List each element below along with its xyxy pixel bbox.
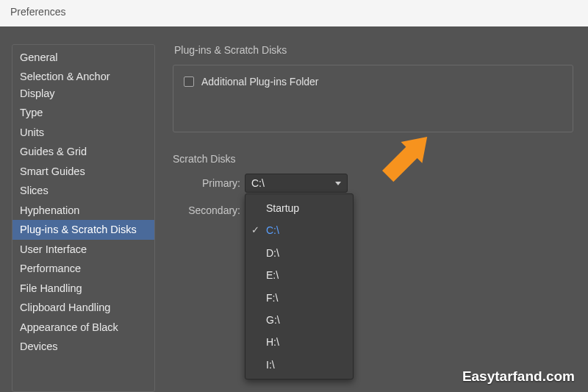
watermark-text: Easytarfand.com — [462, 368, 575, 385]
sidebar-item-label: Type — [20, 107, 43, 118]
check-icon: ✓ — [251, 223, 259, 238]
sidebar-item-selection-anchor-display[interactable]: Selection & Anchor Display — [12, 67, 154, 103]
primary-dropdown: Startup✓C:\D:\E:\F:\G:\H:\I:\ — [245, 193, 354, 379]
sidebar-item-type[interactable]: Type — [12, 103, 154, 122]
sidebar-item-smart-guides[interactable]: Smart Guides — [12, 162, 154, 181]
scratch-section-title: Scratch Disks — [173, 153, 573, 165]
dropdown-item-label: H:\ — [266, 336, 279, 348]
sidebar-item-hyphenation[interactable]: Hyphenation — [12, 201, 154, 220]
additional-plugins-label: Additional Plug-ins Folder — [201, 76, 319, 88]
primary-label: Primary: — [173, 177, 245, 189]
sidebar-item-file-handling[interactable]: File Handling — [12, 279, 154, 298]
sidebar-item-guides-grid[interactable]: Guides & Grid — [12, 142, 154, 161]
additional-plugins-row[interactable]: Additional Plug-ins Folder — [184, 76, 562, 88]
sidebar-item-label: Hyphenation — [20, 204, 79, 216]
sidebar-item-clipboard-handling[interactable]: Clipboard Handling — [12, 298, 154, 317]
dropdown-item[interactable]: I:\ — [245, 354, 353, 376]
dropdown-item[interactable]: G:\ — [245, 309, 353, 331]
dropdown-item-label: D:\ — [266, 247, 279, 259]
plugins-section: Plug-ins & Scratch Disks Additional Plug… — [173, 44, 573, 132]
primary-row: Primary: C:\ Startup✓C:\D:\E:\F:\G:\H:\I… — [173, 174, 573, 193]
sidebar-item-general[interactable]: General — [12, 48, 154, 67]
dropdown-item-label: E:\ — [266, 269, 279, 281]
sidebar-item-label: Selection & Anchor Display — [20, 71, 110, 99]
dropdown-item-label: Startup — [266, 202, 299, 214]
primary-select[interactable]: C:\ Startup✓C:\D:\E:\F:\G:\H:\I:\ — [245, 174, 348, 193]
sidebar-item-label: Appearance of Black — [20, 321, 118, 333]
plugins-box: Additional Plug-ins Folder — [173, 65, 573, 132]
sidebar-item-appearance-of-black[interactable]: Appearance of Black — [12, 318, 154, 337]
dropdown-item[interactable]: H:\ — [245, 331, 353, 353]
sidebar-item-units[interactable]: Units — [12, 123, 154, 142]
sidebar-item-label: Clipboard Handling — [20, 302, 110, 313]
sidebar-item-slices[interactable]: Slices — [12, 181, 154, 200]
secondary-row: Secondary: — [173, 204, 573, 216]
sidebar-item-label: Plug-ins & Scratch Disks — [20, 224, 137, 235]
sidebar-item-label: Devices — [20, 341, 58, 352]
sidebar-item-label: Guides & Grid — [20, 146, 87, 157]
sidebar-item-user-interface[interactable]: User Interface — [12, 240, 154, 259]
dropdown-item[interactable]: D:\ — [245, 242, 353, 264]
dropdown-item[interactable]: F:\ — [245, 287, 353, 309]
dropdown-item-label: F:\ — [266, 292, 278, 304]
dropdown-item-label: G:\ — [266, 314, 280, 326]
window-titlebar: Preferences — [0, 0, 588, 26]
sidebar-item-label: File Handling — [20, 282, 82, 294]
dropdown-item[interactable]: Startup — [245, 197, 353, 219]
primary-select-value: C:\ — [251, 177, 265, 189]
sidebar-item-label: Smart Guides — [20, 165, 85, 177]
sidebar-item-label: Units — [20, 126, 44, 138]
sidebar-item-label: General — [20, 51, 58, 63]
scratch-section: Scratch Disks Primary: C:\ Startup✓C:\D:… — [173, 153, 573, 216]
sidebar-item-label: Performance — [20, 263, 81, 274]
dropdown-item-label: C:\ — [266, 224, 279, 236]
dropdown-item[interactable]: E:\ — [245, 264, 353, 286]
checkbox-icon[interactable] — [184, 76, 194, 87]
dropdown-item-label: I:\ — [266, 359, 275, 371]
dropdown-item[interactable]: ✓C:\ — [245, 219, 353, 241]
chevron-down-icon — [335, 182, 341, 185]
sidebar-item-devices[interactable]: Devices — [12, 337, 154, 356]
main-panel: Plug-ins & Scratch Disks Additional Plug… — [173, 44, 588, 392]
preferences-sidebar: GeneralSelection & Anchor DisplayTypeUni… — [12, 44, 155, 392]
sidebar-item-performance[interactable]: Performance — [12, 259, 154, 278]
plugins-section-title: Plug-ins & Scratch Disks — [174, 44, 573, 56]
content-area: GeneralSelection & Anchor DisplayTypeUni… — [0, 26, 588, 392]
sidebar-item-plug-ins-scratch-disks[interactable]: Plug-ins & Scratch Disks — [12, 220, 154, 239]
sidebar-item-label: Slices — [20, 185, 49, 196]
sidebar-item-label: User Interface — [20, 243, 87, 255]
secondary-label: Secondary: — [173, 204, 245, 216]
window-title: Preferences — [10, 6, 65, 18]
